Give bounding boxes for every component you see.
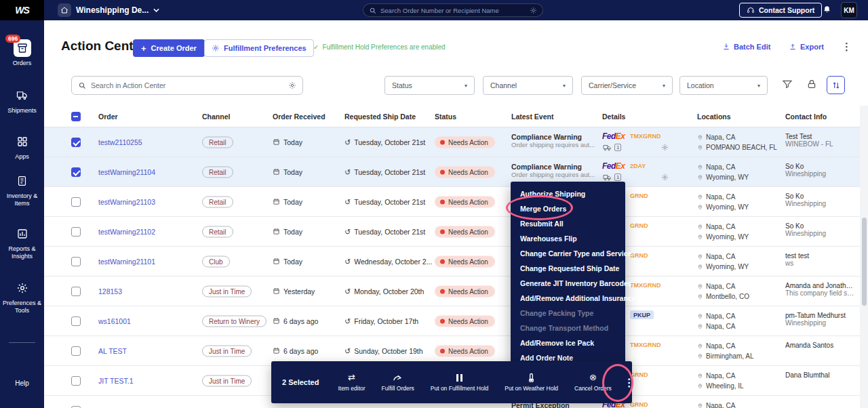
sidebar-item-preferences-tools[interactable]: Preferences & Tools	[0, 279, 44, 314]
menu-item-change-requested-ship-date[interactable]: Change Requested Ship Date	[511, 261, 625, 276]
order-link[interactable]: testWarning21103	[98, 198, 155, 206]
row-checkbox[interactable]	[71, 257, 81, 266]
order-link[interactable]: testw2110255	[98, 138, 142, 146]
column-header-requested-ship-date[interactable]: Requested Ship Date	[344, 113, 416, 121]
sidebar-item-label: Reports & Insights	[0, 245, 44, 260]
row-checkbox[interactable]	[71, 287, 81, 296]
header-more-button[interactable]: ⋮	[842, 41, 852, 53]
menu-item-resubmit-all[interactable]: Resubmit All	[511, 216, 625, 231]
user-avatar[interactable]: KM	[841, 2, 857, 18]
put-on-weather-hold-button[interactable]: Put on Weather Hold	[496, 373, 566, 392]
sidebar: 696 Orders Shipments Apps Inventory & It…	[0, 0, 44, 408]
row-checkbox[interactable]	[71, 317, 81, 326]
package-count: 1	[614, 144, 621, 151]
notifications-bell-icon[interactable]	[823, 5, 831, 17]
lock-icon[interactable]	[806, 79, 817, 92]
channel-pill: Club	[202, 256, 230, 267]
sort-toggle-button[interactable]	[827, 76, 845, 94]
table-header: Order Channel Order Received Requested S…	[44, 106, 860, 127]
service-code: PKUP	[630, 310, 654, 319]
channel-filter-dropdown[interactable]: Channel▾	[483, 76, 573, 95]
location-filter-dropdown[interactable]: Location▾	[679, 76, 768, 95]
row-checkbox[interactable]	[71, 227, 81, 237]
sidebar-item-apps[interactable]: Apps	[0, 133, 44, 161]
status-filter-dropdown[interactable]: Status▾	[384, 76, 475, 95]
create-order-button[interactable]: + Create Order	[133, 39, 205, 57]
batch-edit-button[interactable]: Batch Edit	[722, 43, 770, 51]
menu-item-add-remove-ice-pack[interactable]: Add/Remove Ice Pack	[511, 335, 625, 350]
row-settings-gear-icon[interactable]	[661, 144, 669, 151]
action-center-search[interactable]	[71, 76, 303, 95]
row-checkbox[interactable]	[71, 167, 81, 177]
sidebar-item-shipments[interactable]: Shipments	[0, 87, 44, 115]
column-header-locations[interactable]: Locations	[697, 113, 731, 121]
ws-logo: WS	[15, 5, 29, 16]
column-header-order[interactable]: Order	[98, 113, 118, 121]
column-header-channel[interactable]: Channel	[202, 113, 230, 121]
action-center-search-input[interactable]	[91, 81, 283, 89]
service-code: TMXGRND	[630, 282, 661, 289]
row-settings-gear-icon[interactable]	[661, 174, 669, 181]
fulfill-orders-button[interactable]: Fulfill Orders	[374, 373, 422, 392]
scrollbar-thumb[interactable]	[862, 218, 867, 306]
select-all-checkbox[interactable]	[71, 112, 81, 121]
sidebar-item-orders[interactable]: 696 Orders	[0, 39, 44, 67]
menu-item-change-transport-method: Change Transport Method	[511, 321, 625, 335]
item-editor-button[interactable]: ⇄Item editor	[330, 373, 373, 392]
chevron-down-icon	[153, 8, 159, 12]
carrier-filter-dropdown[interactable]: Carrier/Service▾	[581, 76, 673, 95]
order-link[interactable]: testWarning21102	[98, 228, 155, 236]
put-on-fulfillment-hold-button[interactable]: Put on Fulfillment Hold	[422, 373, 497, 392]
row-checkbox[interactable]	[71, 138, 81, 147]
location-pin-icon	[697, 402, 703, 408]
company-selector[interactable]: Wineshipping De...	[58, 3, 159, 18]
order-link[interactable]: 128153	[98, 287, 122, 295]
search-settings-icon[interactable]	[288, 81, 296, 89]
location-pin-icon	[697, 283, 703, 290]
menu-item-generate-jit-inventory-barcodes[interactable]: Generate JIT Inventory Barcodes	[511, 276, 625, 291]
sidebar-item-reports-insights[interactable]: Reports & Insights	[0, 225, 44, 260]
contact-support-button[interactable]: Contact Support	[739, 3, 822, 18]
row-checkbox[interactable]	[71, 376, 81, 386]
nav-badge: 696	[5, 35, 20, 43]
column-header-latest-event[interactable]: Latest Event	[511, 113, 553, 121]
requested-ship-date-cell: ↺ Friday, October 17th	[344, 317, 418, 325]
column-header-status[interactable]: Status	[435, 113, 456, 121]
column-header-details[interactable]: Details	[602, 113, 625, 121]
menu-item-merge-orders[interactable]: Merge Orders	[511, 201, 625, 216]
export-button[interactable]: Export	[789, 43, 824, 51]
requested-ship-date-cell: ↺ Sunday, October 19th	[344, 346, 423, 355]
fulfillment-preferences-button[interactable]: Fulfillment Preferences	[204, 39, 314, 57]
row-checkbox[interactable]	[71, 346, 81, 356]
cancel-orders-button[interactable]: ⊗Cancel Orders	[566, 373, 620, 392]
column-header-contact-info[interactable]: Contact Info	[785, 113, 827, 121]
global-search-input[interactable]	[380, 7, 526, 14]
column-header-order-received[interactable]: Order Received	[273, 113, 326, 121]
order-link[interactable]: testWarning21101	[98, 258, 155, 266]
global-search[interactable]	[363, 3, 543, 17]
row-checkbox[interactable]	[71, 197, 81, 207]
pause-icon	[456, 373, 462, 382]
status-badge: Needs Action	[435, 136, 495, 148]
menu-item-warehouses-flip[interactable]: Warehouses Flip	[511, 231, 625, 246]
order-link[interactable]: AL TEST	[98, 347, 127, 355]
more-actions-button[interactable]: ⋮	[620, 376, 639, 389]
sidebar-item-inventory-items[interactable]: Inventory & Items	[0, 172, 44, 207]
sidebar-item-help[interactable]: Help	[0, 380, 44, 387]
caret-down-icon: ▾	[757, 83, 760, 89]
filter-funnel-icon[interactable]	[782, 79, 793, 92]
requested-ship-date-cell: ↺ Tuesday, October 21st	[344, 167, 425, 176]
calendar-icon	[273, 198, 280, 205]
sidebar-item-label: Inventory & Items	[0, 192, 44, 207]
status-badge: Needs Action	[435, 285, 495, 297]
contact-info-cell: test test ws	[785, 252, 856, 267]
menu-item-change-carrier-type-and-service[interactable]: Change Carrier Type and Service	[511, 246, 625, 261]
menu-item-add-remove-additional-insurance[interactable]: Add/Remove Additional Insurance	[511, 291, 625, 306]
truck-icon	[603, 174, 612, 181]
order-link[interactable]: ws161001	[98, 317, 131, 325]
search-settings-icon[interactable]	[530, 7, 537, 14]
menu-item-authorize-shipping[interactable]: Authorize Shipping	[511, 186, 625, 201]
order-link[interactable]: testWarning21104	[98, 168, 155, 176]
calendar-icon	[273, 347, 280, 354]
order-link[interactable]: JIT TEST.1	[98, 377, 134, 385]
